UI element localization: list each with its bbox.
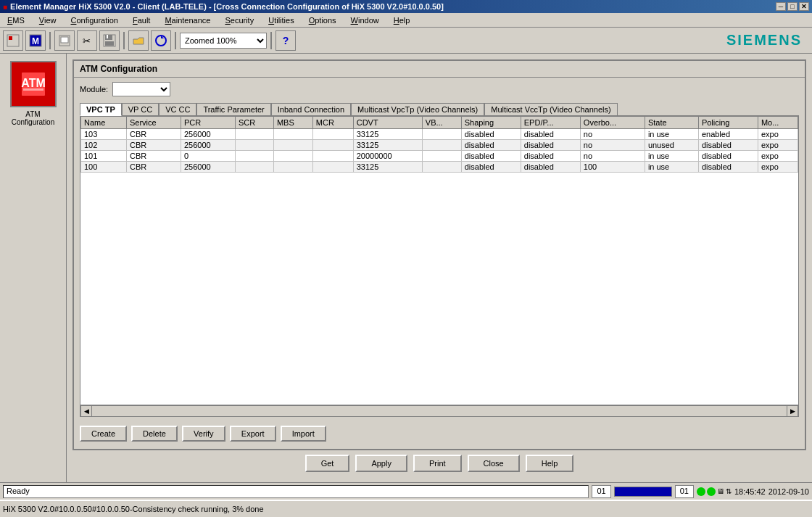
tab-vpc-tp[interactable]: VPC TP	[80, 103, 122, 116]
maximize-button[interactable]: □	[787, 2, 798, 11]
menu-maintenance[interactable]: Maintenance	[160, 15, 215, 26]
atm-config-icon[interactable]: ATM	[10, 61, 57, 107]
svg-rect-11	[105, 41, 114, 46]
table-row[interactable]: 102CBR25600033125disableddisablednounuse…	[81, 140, 798, 151]
table-cell: disabled	[521, 140, 580, 151]
menu-bar: EMS View Configuration Fault Maintenance…	[0, 13, 812, 28]
col-pcr: PCR	[181, 117, 235, 129]
horizontal-scrollbar[interactable]: ◀ ▶	[80, 405, 799, 417]
create-button[interactable]: Create	[80, 426, 127, 442]
toolbar-sep-3	[175, 32, 176, 49]
menu-window[interactable]: Window	[347, 15, 384, 26]
title-bar: ■ Element Manager HiX 5300 V2.0 - Client…	[0, 0, 812, 13]
atm-panel-title: ATM Configuration	[74, 61, 805, 78]
table-cell	[273, 129, 312, 140]
verify-button[interactable]: Verify	[182, 426, 225, 442]
apply-button[interactable]: Apply	[355, 455, 407, 472]
sidebar-item-label: ATM Configuration	[4, 110, 62, 126]
toolbar-btn-2[interactable]: M	[25, 30, 46, 51]
taskbar-left: HiX 5300 V2.0#10.0.0.50#10.0.0.50-Consis…	[3, 505, 264, 513]
tab-vp-cc[interactable]: VP CC	[122, 103, 159, 116]
print-button[interactable]: Print	[413, 455, 462, 472]
status-time: 18:45:42	[734, 487, 766, 496]
get-button[interactable]: Get	[305, 455, 350, 472]
table-cell: CBR	[126, 129, 181, 140]
table-cell	[273, 162, 312, 173]
import-button[interactable]: Import	[281, 426, 326, 442]
table-cell	[422, 151, 461, 162]
toolbar-btn-open[interactable]	[128, 30, 149, 51]
zoom-select[interactable]: Zoomed 100% Zoomed 50% Zoomed 75% Zoomed…	[180, 33, 267, 49]
title-bar-controls: ─ □ ✕	[776, 2, 809, 11]
atm-panel: ATM Configuration Module: VPC TP VP CC V…	[72, 59, 806, 450]
menu-security[interactable]: Security	[220, 15, 258, 26]
tab-multicast-vpctp[interactable]: Multicast VpcTp (Video Channels)	[351, 103, 484, 116]
menu-ems[interactable]: EMS	[3, 15, 29, 26]
scroll-left-btn[interactable]: ◀	[80, 405, 92, 417]
table-container[interactable]: Name Service PCR SCR MBS MCR CDVT VB... …	[80, 115, 799, 405]
svg-rect-5	[61, 37, 68, 43]
table-cell: 256000	[181, 140, 235, 151]
svg-rect-9	[105, 35, 112, 40]
close-button[interactable]: ✕	[799, 2, 809, 11]
action-buttons: Create Delete Verify Export Import	[80, 423, 799, 444]
close-button[interactable]: Close	[468, 455, 520, 472]
table-cell	[273, 151, 312, 162]
status-icons: 🖥 ⇅	[697, 487, 732, 496]
tab-vc-cc[interactable]: VC CC	[159, 103, 196, 116]
table-cell: 20000000	[353, 151, 422, 162]
taskbar-text: HiX 5300 V2.0#10.0.0.50#10.0.0.50-Consis…	[3, 505, 264, 513]
col-mo: Mo...	[758, 117, 798, 129]
minimize-button[interactable]: ─	[776, 2, 786, 11]
table-cell	[422, 162, 461, 173]
table-cell	[312, 140, 353, 151]
menu-configuration[interactable]: Configuration	[67, 15, 123, 26]
scroll-track[interactable]	[92, 406, 787, 416]
tab-inband-conn[interactable]: Inband Connection	[271, 103, 351, 116]
table-cell: no	[580, 129, 645, 140]
scroll-right-btn[interactable]: ▶	[787, 405, 798, 417]
module-select[interactable]	[112, 82, 170, 96]
table-row[interactable]: 101CBR020000000disableddisablednoin used…	[81, 151, 798, 162]
content-area: ATM Configuration Module: VPC TP VP CC V…	[67, 54, 812, 482]
menu-fault[interactable]: Fault	[128, 15, 154, 26]
delete-button[interactable]: Delete	[131, 426, 178, 442]
table-cell: enabled	[698, 129, 758, 140]
col-overbo: Overbo...	[580, 117, 645, 129]
svg-rect-18	[23, 88, 44, 91]
table-cell: disabled	[461, 129, 521, 140]
toolbar-btn-1[interactable]	[3, 30, 23, 51]
status-icon-green2	[707, 487, 716, 496]
table-row[interactable]: 100CBR25600033125disableddisabled100in u…	[81, 162, 798, 173]
table-cell	[235, 151, 273, 162]
table-row[interactable]: 103CBR25600033125disableddisablednoin us…	[81, 129, 798, 140]
sidebar: ATM ATM Configuration	[0, 54, 67, 482]
tab-multicast-vcctp[interactable]: Multicast VccTp (Video Channels)	[484, 103, 617, 116]
module-label: Module:	[80, 85, 108, 94]
table-cell: 33125	[353, 162, 422, 173]
table-cell: disabled	[521, 162, 580, 173]
toolbar-btn-save[interactable]	[99, 30, 120, 51]
table-cell: in use	[645, 129, 698, 140]
table-cell: disabled	[521, 129, 580, 140]
toolbar-btn-refresh[interactable]	[151, 30, 171, 51]
col-epd: EPD/P...	[521, 117, 580, 129]
help-bottom-button[interactable]: Help	[526, 455, 574, 472]
menu-utilities[interactable]: Utilities	[264, 15, 298, 26]
toolbar-btn-3[interactable]	[54, 30, 75, 51]
menu-help[interactable]: Help	[389, 15, 415, 26]
table-cell: 33125	[353, 140, 422, 151]
help-button[interactable]: ?	[276, 30, 296, 51]
status-progress-bar	[614, 487, 672, 497]
table-cell: CBR	[126, 140, 181, 151]
status-num1: 01	[592, 485, 610, 498]
menu-view[interactable]: View	[35, 15, 61, 26]
export-button[interactable]: Export	[230, 426, 276, 442]
tab-traffic-param[interactable]: Traffic Parameter	[196, 103, 270, 116]
table-cell: CBR	[126, 162, 181, 173]
toolbar-btn-cut[interactable]: ✂	[77, 30, 97, 51]
table-cell: 101	[81, 151, 127, 162]
col-cdvt: CDVT	[353, 117, 422, 129]
taskbar: HiX 5300 V2.0#10.0.0.50#10.0.0.50-Consis…	[0, 500, 812, 517]
menu-options[interactable]: Options	[304, 15, 341, 26]
